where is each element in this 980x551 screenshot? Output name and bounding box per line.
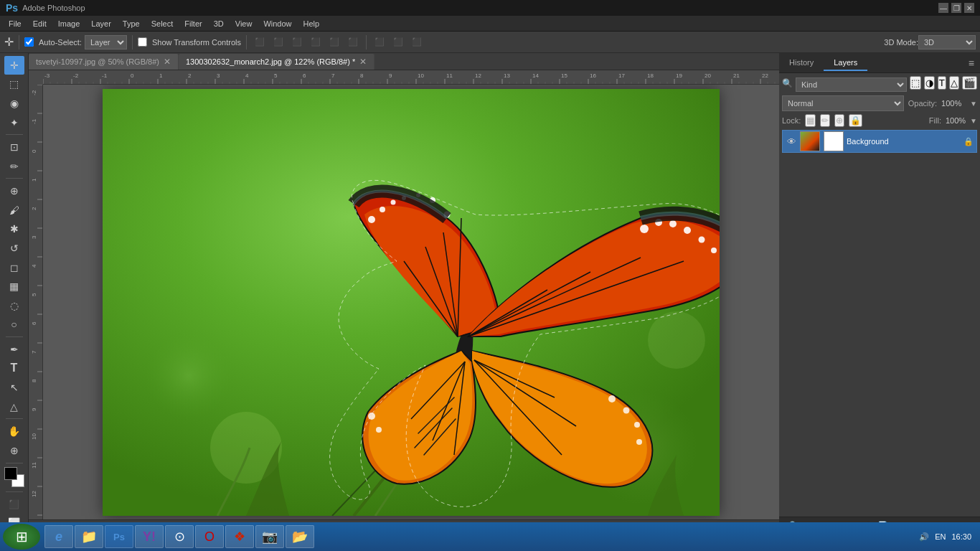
gradient-btn[interactable]: ▦ — [4, 277, 24, 296]
eraser-btn[interactable]: ◻ — [4, 258, 24, 277]
history-brush-btn[interactable]: ↺ — [4, 239, 24, 258]
tray-volume[interactable]: 🔊 — [919, 532, 929, 542]
magic-wand-btn[interactable]: ✦ — [4, 113, 24, 132]
lock-all-btn[interactable]: 🔒 — [849, 114, 862, 127]
transform-checkbox[interactable] — [138, 37, 147, 47]
blur-btn[interactable]: ◌ — [4, 296, 24, 315]
filter-smart-btn[interactable]: 🎬 — [962, 76, 977, 90]
foreground-color-swatch[interactable] — [4, 467, 17, 480]
hand-btn[interactable]: ✋ — [4, 422, 24, 441]
dodge-btn[interactable]: ○ — [4, 315, 24, 334]
opacity-arrow[interactable]: ▼ — [970, 100, 977, 108]
taskbar-app6[interactable]: 📷 — [255, 525, 284, 548]
taskbar-app7[interactable]: 📂 — [286, 525, 314, 548]
healing-btn[interactable]: ⊕ — [4, 182, 24, 200]
align-right-button[interactable]: ⬛ — [289, 36, 305, 48]
filter-shape-btn[interactable]: △ — [949, 76, 959, 90]
brush-btn[interactable]: 🖌 — [4, 201, 24, 220]
path-select-btn[interactable]: ↖ — [4, 378, 24, 397]
lock-pixels-btn[interactable]: ▦ — [805, 114, 816, 127]
menu-filter[interactable]: Filter — [179, 16, 207, 32]
tab-tsvetyi[interactable]: tsvetyi-10997.jpg @ 50% (RGB/8#) ✕ — [29, 54, 179, 70]
svg-text:-3: -3 — [44, 72, 50, 79]
tab-history[interactable]: History — [779, 55, 824, 71]
svg-point-207 — [391, 199, 396, 204]
taskbar: ⊞ e 📁 Ps Y! ⊙ O ❖ 📷 📂 🔊 EN 16:30 — [0, 522, 980, 551]
align-center-v-button[interactable]: ⬛ — [326, 36, 342, 48]
marquee-tool-btn[interactable]: ⬚ — [4, 75, 24, 94]
menu-select[interactable]: Select — [146, 16, 179, 32]
move-tool-indicator: ✛ — [4, 35, 14, 49]
tab-monarch-label: 1300302632_monarch2.jpg @ 122% (RGB/8#) … — [186, 57, 355, 66]
layer-background-row[interactable]: 👁 Background 🔒 — [782, 130, 977, 153]
align-center-h-button[interactable]: ⬛ — [270, 36, 286, 48]
taskbar-yahoo[interactable]: Y! — [135, 525, 164, 548]
opera-icon: O — [204, 529, 215, 545]
tray-language[interactable]: EN — [935, 532, 946, 541]
auto-select-label: Auto-Select: — [39, 38, 82, 47]
tab-layers[interactable]: Layers — [824, 55, 867, 71]
shape-btn[interactable]: △ — [4, 397, 24, 416]
menu-view[interactable]: View — [230, 16, 258, 32]
close-button[interactable]: ✕ — [964, 3, 974, 13]
quick-mask-btn[interactable]: ⬛ — [4, 495, 24, 514]
fill-arrow[interactable]: ▼ — [970, 117, 977, 125]
lock-position-btn[interactable]: ✏ — [820, 114, 830, 127]
taskbar-chrome[interactable]: ⊙ — [165, 525, 194, 548]
menu-layer[interactable]: Layer — [85, 16, 117, 32]
blend-mode-dropdown[interactable]: Normal Dissolve Multiply Screen Overlay — [782, 95, 904, 111]
layers-search-icon[interactable]: 🔍 — [782, 78, 793, 88]
menu-3d[interactable]: 3D — [208, 16, 230, 32]
minimize-button[interactable]: — — [938, 3, 948, 13]
taskbar-ie[interactable]: e — [44, 525, 73, 548]
lasso-tool-btn[interactable]: ◉ — [4, 94, 24, 113]
tab-monarch[interactable]: 1300302632_monarch2.jpg @ 122% (RGB/8#) … — [179, 54, 374, 70]
tool-sep-3 — [6, 336, 23, 337]
menu-type[interactable]: Type — [117, 16, 146, 32]
panel-menu-button[interactable]: ≡ — [963, 55, 980, 72]
taskbar-photoshop[interactable]: Ps — [105, 525, 133, 548]
canvas-area[interactable]: -3-2-10123456789101112131415161718192021… — [29, 70, 779, 519]
mode-3d-dropdown[interactable]: 3D — [918, 35, 976, 50]
menu-edit[interactable]: Edit — [27, 16, 52, 32]
distribute-2-button[interactable]: ⬛ — [390, 36, 406, 48]
zoom-btn[interactable]: ⊕ — [4, 441, 24, 460]
menu-window[interactable]: Window — [258, 16, 297, 32]
start-button[interactable]: ⊞ — [3, 524, 40, 550]
auto-select-dropdown[interactable]: Layer Group — [85, 35, 127, 50]
lock-move-btn[interactable]: ⊕ — [834, 114, 844, 127]
taskbar-opera[interactable]: O — [195, 525, 224, 548]
align-left-button[interactable]: ⬛ — [252, 36, 268, 48]
taskbar-app5[interactable]: ❖ — [225, 525, 254, 548]
tool-sep-2 — [6, 178, 23, 179]
taskbar-explorer[interactable]: 📁 — [75, 525, 103, 548]
tab-monarch-close[interactable]: ✕ — [359, 57, 367, 67]
ruler-left: -2-1012345678910111213 — [29, 85, 43, 519]
maximize-button[interactable]: ❐ — [951, 3, 961, 13]
pen-btn[interactable]: ✒ — [4, 340, 24, 359]
filter-pixel-btn[interactable]: ⬚ — [910, 76, 921, 90]
filter-type-btn[interactable]: T — [938, 76, 946, 90]
text-btn[interactable]: T — [4, 359, 24, 378]
clone-btn[interactable]: ✱ — [4, 220, 24, 239]
eyedropper-btn[interactable]: ✏ — [4, 157, 24, 176]
menu-image[interactable]: Image — [52, 16, 86, 32]
layers-kind-dropdown[interactable]: Kind Name Effect Mode Attribute Color — [796, 77, 907, 92]
canvas-container[interactable] — [43, 85, 779, 519]
align-top-button[interactable]: ⬛ — [308, 36, 324, 48]
filter-adjust-btn[interactable]: ◑ — [924, 76, 935, 90]
svg-text:6: 6 — [31, 321, 37, 325]
auto-select-checkbox[interactable] — [24, 37, 34, 47]
tab-tsvetyi-label: tsvetyi-10997.jpg @ 50% (RGB/8#) — [36, 57, 159, 66]
distribute-1-button[interactable]: ⬛ — [372, 36, 387, 48]
crop-tool-btn[interactable]: ⊡ — [4, 138, 24, 156]
move-tool-btn[interactable]: ✛ — [4, 56, 24, 75]
layer-visibility-icon[interactable]: 👁 — [786, 136, 797, 147]
menu-file[interactable]: File — [3, 16, 27, 32]
tab-tsvetyi-close[interactable]: ✕ — [164, 57, 171, 67]
document-tabs: tsvetyi-10997.jpg @ 50% (RGB/8#) ✕ 13003… — [29, 53, 779, 70]
app6-icon: 📷 — [262, 529, 278, 545]
distribute-3-button[interactable]: ⬛ — [409, 36, 425, 48]
menu-help[interactable]: Help — [298, 16, 326, 32]
align-bottom-button[interactable]: ⬛ — [345, 36, 361, 48]
